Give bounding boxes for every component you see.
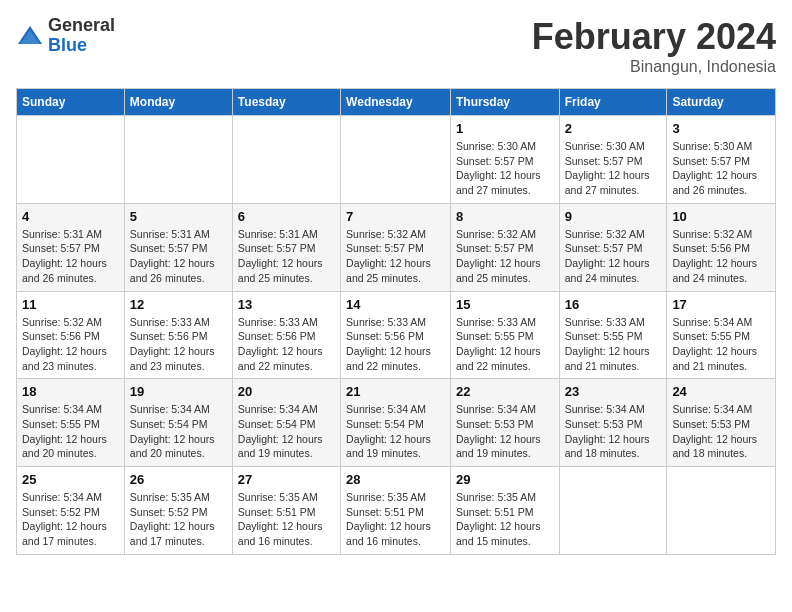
day-number: 6 bbox=[238, 209, 335, 224]
calendar-cell: 14Sunrise: 5:33 AM Sunset: 5:56 PM Dayli… bbox=[341, 291, 451, 379]
header-cell-tuesday: Tuesday bbox=[232, 89, 340, 116]
calendar-week-0: 1Sunrise: 5:30 AM Sunset: 5:57 PM Daylig… bbox=[17, 116, 776, 204]
day-number: 26 bbox=[130, 472, 227, 487]
day-info: Sunrise: 5:32 AM Sunset: 5:57 PM Dayligh… bbox=[456, 227, 554, 286]
day-number: 15 bbox=[456, 297, 554, 312]
logo-general-text: General bbox=[48, 16, 115, 36]
day-info: Sunrise: 5:33 AM Sunset: 5:56 PM Dayligh… bbox=[238, 315, 335, 374]
day-number: 11 bbox=[22, 297, 119, 312]
day-number: 10 bbox=[672, 209, 770, 224]
month-title: February 2024 bbox=[532, 16, 776, 58]
header-cell-wednesday: Wednesday bbox=[341, 89, 451, 116]
calendar-cell: 26Sunrise: 5:35 AM Sunset: 5:52 PM Dayli… bbox=[124, 467, 232, 555]
day-number: 23 bbox=[565, 384, 662, 399]
calendar-table: SundayMondayTuesdayWednesdayThursdayFrid… bbox=[16, 88, 776, 555]
calendar-cell: 7Sunrise: 5:32 AM Sunset: 5:57 PM Daylig… bbox=[341, 203, 451, 291]
calendar-cell: 12Sunrise: 5:33 AM Sunset: 5:56 PM Dayli… bbox=[124, 291, 232, 379]
day-info: Sunrise: 5:30 AM Sunset: 5:57 PM Dayligh… bbox=[565, 139, 662, 198]
header-cell-friday: Friday bbox=[559, 89, 667, 116]
calendar-cell: 28Sunrise: 5:35 AM Sunset: 5:51 PM Dayli… bbox=[341, 467, 451, 555]
calendar-cell: 29Sunrise: 5:35 AM Sunset: 5:51 PM Dayli… bbox=[450, 467, 559, 555]
title-block: February 2024 Binangun, Indonesia bbox=[532, 16, 776, 76]
day-info: Sunrise: 5:34 AM Sunset: 5:55 PM Dayligh… bbox=[22, 402, 119, 461]
day-number: 22 bbox=[456, 384, 554, 399]
day-number: 21 bbox=[346, 384, 445, 399]
day-number: 29 bbox=[456, 472, 554, 487]
calendar-cell: 10Sunrise: 5:32 AM Sunset: 5:56 PM Dayli… bbox=[667, 203, 776, 291]
day-number: 19 bbox=[130, 384, 227, 399]
calendar-cell: 1Sunrise: 5:30 AM Sunset: 5:57 PM Daylig… bbox=[450, 116, 559, 204]
calendar-cell: 13Sunrise: 5:33 AM Sunset: 5:56 PM Dayli… bbox=[232, 291, 340, 379]
calendar-cell: 20Sunrise: 5:34 AM Sunset: 5:54 PM Dayli… bbox=[232, 379, 340, 467]
calendar-week-2: 11Sunrise: 5:32 AM Sunset: 5:56 PM Dayli… bbox=[17, 291, 776, 379]
day-info: Sunrise: 5:32 AM Sunset: 5:56 PM Dayligh… bbox=[672, 227, 770, 286]
day-number: 24 bbox=[672, 384, 770, 399]
calendar-cell: 17Sunrise: 5:34 AM Sunset: 5:55 PM Dayli… bbox=[667, 291, 776, 379]
day-info: Sunrise: 5:33 AM Sunset: 5:56 PM Dayligh… bbox=[346, 315, 445, 374]
day-number: 2 bbox=[565, 121, 662, 136]
day-number: 25 bbox=[22, 472, 119, 487]
day-number: 4 bbox=[22, 209, 119, 224]
calendar-cell: 4Sunrise: 5:31 AM Sunset: 5:57 PM Daylig… bbox=[17, 203, 125, 291]
day-info: Sunrise: 5:35 AM Sunset: 5:52 PM Dayligh… bbox=[130, 490, 227, 549]
day-number: 13 bbox=[238, 297, 335, 312]
day-info: Sunrise: 5:31 AM Sunset: 5:57 PM Dayligh… bbox=[238, 227, 335, 286]
calendar-week-1: 4Sunrise: 5:31 AM Sunset: 5:57 PM Daylig… bbox=[17, 203, 776, 291]
calendar-cell: 6Sunrise: 5:31 AM Sunset: 5:57 PM Daylig… bbox=[232, 203, 340, 291]
calendar-cell bbox=[667, 467, 776, 555]
calendar-cell bbox=[341, 116, 451, 204]
calendar-cell: 16Sunrise: 5:33 AM Sunset: 5:55 PM Dayli… bbox=[559, 291, 667, 379]
calendar-cell: 25Sunrise: 5:34 AM Sunset: 5:52 PM Dayli… bbox=[17, 467, 125, 555]
calendar-cell: 27Sunrise: 5:35 AM Sunset: 5:51 PM Dayli… bbox=[232, 467, 340, 555]
day-number: 9 bbox=[565, 209, 662, 224]
header-row: SundayMondayTuesdayWednesdayThursdayFrid… bbox=[17, 89, 776, 116]
day-info: Sunrise: 5:32 AM Sunset: 5:56 PM Dayligh… bbox=[22, 315, 119, 374]
day-number: 16 bbox=[565, 297, 662, 312]
calendar-cell bbox=[124, 116, 232, 204]
calendar-cell: 22Sunrise: 5:34 AM Sunset: 5:53 PM Dayli… bbox=[450, 379, 559, 467]
calendar-cell: 9Sunrise: 5:32 AM Sunset: 5:57 PM Daylig… bbox=[559, 203, 667, 291]
day-info: Sunrise: 5:31 AM Sunset: 5:57 PM Dayligh… bbox=[22, 227, 119, 286]
calendar-cell: 5Sunrise: 5:31 AM Sunset: 5:57 PM Daylig… bbox=[124, 203, 232, 291]
calendar-week-4: 25Sunrise: 5:34 AM Sunset: 5:52 PM Dayli… bbox=[17, 467, 776, 555]
location: Binangun, Indonesia bbox=[532, 58, 776, 76]
day-info: Sunrise: 5:33 AM Sunset: 5:55 PM Dayligh… bbox=[456, 315, 554, 374]
day-info: Sunrise: 5:30 AM Sunset: 5:57 PM Dayligh… bbox=[456, 139, 554, 198]
day-number: 14 bbox=[346, 297, 445, 312]
calendar-cell bbox=[17, 116, 125, 204]
day-number: 18 bbox=[22, 384, 119, 399]
calendar-cell: 11Sunrise: 5:32 AM Sunset: 5:56 PM Dayli… bbox=[17, 291, 125, 379]
day-info: Sunrise: 5:33 AM Sunset: 5:55 PM Dayligh… bbox=[565, 315, 662, 374]
logo-text: General Blue bbox=[48, 16, 115, 56]
day-info: Sunrise: 5:34 AM Sunset: 5:54 PM Dayligh… bbox=[130, 402, 227, 461]
header-cell-monday: Monday bbox=[124, 89, 232, 116]
calendar-cell: 8Sunrise: 5:32 AM Sunset: 5:57 PM Daylig… bbox=[450, 203, 559, 291]
day-number: 28 bbox=[346, 472, 445, 487]
day-info: Sunrise: 5:34 AM Sunset: 5:52 PM Dayligh… bbox=[22, 490, 119, 549]
calendar-body: 1Sunrise: 5:30 AM Sunset: 5:57 PM Daylig… bbox=[17, 116, 776, 555]
logo-icon bbox=[16, 22, 44, 50]
day-info: Sunrise: 5:33 AM Sunset: 5:56 PM Dayligh… bbox=[130, 315, 227, 374]
calendar-cell: 15Sunrise: 5:33 AM Sunset: 5:55 PM Dayli… bbox=[450, 291, 559, 379]
day-number: 27 bbox=[238, 472, 335, 487]
day-info: Sunrise: 5:34 AM Sunset: 5:53 PM Dayligh… bbox=[456, 402, 554, 461]
day-number: 12 bbox=[130, 297, 227, 312]
header-cell-thursday: Thursday bbox=[450, 89, 559, 116]
calendar-cell: 18Sunrise: 5:34 AM Sunset: 5:55 PM Dayli… bbox=[17, 379, 125, 467]
day-number: 8 bbox=[456, 209, 554, 224]
day-number: 1 bbox=[456, 121, 554, 136]
day-info: Sunrise: 5:30 AM Sunset: 5:57 PM Dayligh… bbox=[672, 139, 770, 198]
day-info: Sunrise: 5:35 AM Sunset: 5:51 PM Dayligh… bbox=[346, 490, 445, 549]
day-info: Sunrise: 5:32 AM Sunset: 5:57 PM Dayligh… bbox=[346, 227, 445, 286]
logo-blue-text: Blue bbox=[48, 36, 115, 56]
header-cell-saturday: Saturday bbox=[667, 89, 776, 116]
calendar-cell: 2Sunrise: 5:30 AM Sunset: 5:57 PM Daylig… bbox=[559, 116, 667, 204]
day-number: 5 bbox=[130, 209, 227, 224]
day-info: Sunrise: 5:34 AM Sunset: 5:53 PM Dayligh… bbox=[565, 402, 662, 461]
calendar-header: SundayMondayTuesdayWednesdayThursdayFrid… bbox=[17, 89, 776, 116]
day-info: Sunrise: 5:34 AM Sunset: 5:54 PM Dayligh… bbox=[346, 402, 445, 461]
calendar-cell: 23Sunrise: 5:34 AM Sunset: 5:53 PM Dayli… bbox=[559, 379, 667, 467]
calendar-cell: 24Sunrise: 5:34 AM Sunset: 5:53 PM Dayli… bbox=[667, 379, 776, 467]
calendar-week-3: 18Sunrise: 5:34 AM Sunset: 5:55 PM Dayli… bbox=[17, 379, 776, 467]
calendar-cell bbox=[559, 467, 667, 555]
